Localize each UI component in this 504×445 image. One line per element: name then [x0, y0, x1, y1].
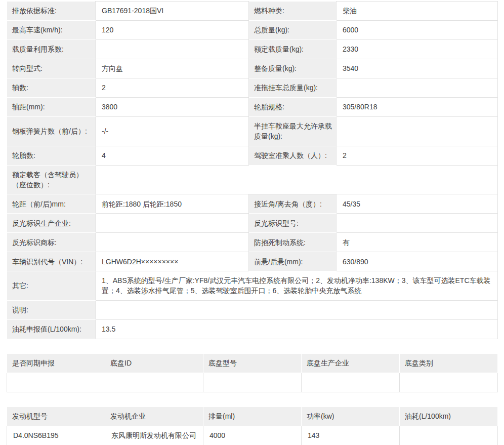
spec-value — [96, 165, 498, 194]
spec-label: 轮距（前/后)mm: — [7, 194, 96, 214]
spec-label: 轮胎规格: — [249, 98, 337, 117]
spec-value: 2 — [96, 78, 249, 98]
spec-value: 方向盘 — [96, 59, 249, 78]
spec-label: 其它: — [7, 271, 96, 301]
engine-header: 功率(kw) — [302, 407, 400, 426]
spec-value: 2330 — [337, 40, 498, 59]
spec-row-remarks: 说明: — [7, 300, 498, 319]
spec-value — [96, 233, 249, 252]
chassis-header: 底盘生产企业 — [302, 353, 400, 373]
spec-value — [96, 214, 249, 233]
engine-power-cell: 143 — [302, 426, 400, 445]
chassis-header: 底盘类别 — [400, 353, 498, 373]
spec-value: 3540 — [337, 59, 498, 78]
spec-row-tire-count: 轮胎数: 4 驾驶室准乘人数（人）: 2 — [7, 146, 498, 165]
engine-fuel-cell — [400, 426, 498, 445]
chassis-cell — [203, 373, 302, 392]
spec-value: 前轮距:1880 后轮距:1850 — [96, 194, 249, 214]
spec-label: 钢板弹簧片数（前/后）: — [7, 117, 96, 146]
engine-data-row: D4.0NS6B195 东风康明斯发动机有限公司 4000 143 — [7, 426, 498, 445]
spec-value: 6000 — [337, 21, 498, 40]
spec-value: 13.5 — [96, 319, 498, 339]
engine-maker-cell: 东风康明斯发动机有限公司 — [105, 426, 203, 445]
spec-row-reflective-brand: 反光标识商标: 防抱死制动系统: 有 — [7, 233, 498, 252]
spec-label: 转向型式: — [7, 59, 96, 78]
chassis-cell — [302, 373, 400, 392]
engine-header: 发动机企业 — [105, 407, 203, 426]
spec-value: 120 — [96, 21, 249, 40]
engine-header: 油耗(L/100km) — [400, 407, 498, 426]
spec-row-load-factor: 载质量利用系数: 额定载质量(kg): 2330 — [7, 40, 498, 59]
spec-row-steering: 转向型式: 方向盘 整备质量(kg): 3540 — [7, 59, 498, 78]
spec-row-max-speed: 最高车速(km/h): 120 总质量(kg): 6000 — [7, 21, 498, 40]
spec-label: 接近角/离去角（度）: — [249, 194, 337, 214]
chassis-header: 底盘ID — [105, 353, 203, 373]
spec-label: 整备质量(kg): — [249, 59, 337, 78]
engine-displacement-cell: 4000 — [203, 426, 302, 445]
spec-row-axles: 轴数: 2 准拖挂车总质量(kg): — [7, 78, 498, 98]
spec-row-wheelbase: 轴距(mm): 3800 轮胎规格: 305/80R18 — [7, 98, 498, 117]
spec-value: 2 — [337, 146, 498, 165]
spec-row-emission: 排放依据标准: GB17691-2018国VI 燃料种类: 柴油 — [7, 2, 498, 21]
engine-header: 排量(ml) — [203, 407, 302, 426]
chassis-header-row: 是否同期申报 底盘ID 底盘型号 底盘生产企业 底盘类别 — [7, 353, 498, 373]
spec-row-other: 其它: 1、ABS系统的型号/生产厂家:YF8/武汉元丰汽车电控系统有限公司；2… — [7, 271, 498, 301]
spec-row-reflective-maker: 反光标识生产企业: 反光标识型号: — [7, 214, 498, 233]
spec-value: 3800 — [96, 98, 249, 117]
spec-label: 反光标识生产企业: — [7, 214, 96, 233]
spec-row-seating: 额定载客（含驾驶员）（座位数）: — [7, 165, 498, 194]
spec-value-other-notes: 1、ABS系统的型号/生产厂家:YF8/武汉元丰汽车电控系统有限公司；2、发动机… — [96, 271, 498, 301]
chassis-header: 是否同期申报 — [7, 353, 105, 373]
spec-row-track-width: 轮距（前/后)mm: 前轮距:1880 后轮距:1850 接近角/离去角（度）:… — [7, 194, 498, 214]
spec-label: 轮胎数: — [7, 146, 96, 165]
spec-label: 轴数: — [7, 78, 96, 98]
chassis-header: 底盘型号 — [203, 353, 302, 373]
spec-label: 说明: — [7, 300, 96, 319]
spec-value-vin: LGHW6D2H××××××××× — [96, 252, 249, 271]
spec-value — [96, 40, 249, 59]
spec-label: 准拖挂车总质量(kg): — [249, 78, 337, 98]
spec-label: 反光标识商标: — [7, 233, 96, 252]
spec-label: 反光标识型号: — [249, 214, 337, 233]
vehicle-announcement-page: 排放依据标准: GB17691-2018国VI 燃料种类: 柴油 最高车速(km… — [0, 0, 504, 445]
chassis-table: 是否同期申报 底盘ID 底盘型号 底盘生产企业 底盘类别 — [7, 353, 498, 392]
spec-value: 305/80R18 — [337, 98, 498, 117]
spec-value: 45/35 — [337, 194, 498, 214]
engine-table: 发动机型号 发动机企业 排量(ml) 功率(kw) 油耗(L/100km) D4… — [7, 407, 498, 445]
spec-label: 载质量利用系数: — [7, 40, 96, 59]
spec-value: 630/890 — [337, 252, 498, 271]
spec-value: GB17691-2018国VI — [96, 2, 249, 21]
spec-value — [337, 78, 498, 98]
spec-row-vin: 车辆识别代号（VIN）: LGHW6D2H××××××××× 前悬/后悬(mm)… — [7, 252, 498, 271]
chassis-cell — [7, 373, 105, 392]
engine-header: 发动机型号 — [7, 407, 105, 426]
spec-value: 柴油 — [337, 2, 498, 21]
spec-value: 4 — [96, 146, 249, 165]
spec-value — [337, 214, 498, 233]
chassis-cell — [400, 373, 498, 392]
spec-value: 有 — [337, 233, 498, 252]
spec-label: 车辆识别代号（VIN）: — [7, 252, 96, 271]
spec-label: 最高车速(km/h): — [7, 21, 96, 40]
spec-label: 防抱死制动系统: — [249, 233, 337, 252]
spec-value: -/- — [96, 117, 249, 146]
spec-row-leaf-springs: 钢板弹簧片数（前/后）: -/- 半挂车鞍座最大允许承载质量(kg): — [7, 117, 498, 146]
chassis-cell — [105, 373, 203, 392]
spec-value — [96, 300, 498, 319]
spec-label: 半挂车鞍座最大允许承载质量(kg): — [249, 117, 337, 146]
spec-label: 总质量(kg): — [249, 21, 337, 40]
spec-label: 油耗申报值(L/100km): — [7, 319, 96, 339]
chassis-data-row — [7, 373, 498, 392]
spec-label: 排放依据标准: — [7, 2, 96, 21]
spec-row-fuel-declared: 油耗申报值(L/100km): 13.5 — [7, 319, 498, 339]
engine-model-cell: D4.0NS6B195 — [7, 426, 105, 445]
spec-label: 轴距(mm): — [7, 98, 96, 117]
spec-label: 额定载客（含驾驶员）（座位数）: — [7, 165, 96, 194]
vehicle-spec-table: 排放依据标准: GB17691-2018国VI 燃料种类: 柴油 最高车速(km… — [7, 1, 498, 339]
spec-label: 前悬/后悬(mm): — [249, 252, 337, 271]
spec-value — [337, 117, 498, 146]
spec-label: 燃料种类: — [249, 2, 337, 21]
engine-header-row: 发动机型号 发动机企业 排量(ml) 功率(kw) 油耗(L/100km) — [7, 407, 498, 426]
spec-label: 驾驶室准乘人数（人）: — [249, 146, 337, 165]
spec-label: 额定载质量(kg): — [249, 40, 337, 59]
